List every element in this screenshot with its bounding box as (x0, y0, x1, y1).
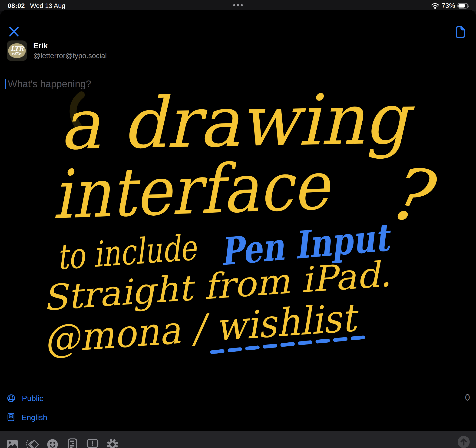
wifi-icon (431, 3, 439, 9)
compose-screen: 08:02 Wed 13 Aug 73% (0, 0, 476, 448)
poll-button[interactable] (66, 437, 79, 448)
compose-settings-button[interactable] (106, 437, 119, 448)
svg-text:A: A (10, 415, 12, 418)
account-handle: @letterror@typo.social (33, 52, 107, 60)
globe-icon (6, 394, 16, 403)
poll-icon (68, 438, 77, 448)
document-icon (455, 26, 466, 39)
ellipsis-indicator (233, 4, 243, 6)
compose-toolbar (0, 431, 476, 448)
svg-text:?: ? (381, 149, 442, 241)
avatar: LTR (7, 40, 27, 61)
document-button[interactable] (455, 26, 466, 39)
close-button[interactable] (9, 26, 19, 37)
battery-icon (457, 3, 470, 9)
diamond-chevron-icon (26, 438, 39, 448)
date-label: Wed 13 Aug (30, 2, 65, 10)
compose-sheet: LTR Erik @letterror@typo.social What's h… (0, 10, 476, 448)
clock-label: 08:02 (8, 2, 25, 10)
battery-percent-label: 73% (442, 2, 455, 10)
fish-icon (12, 52, 22, 56)
arrow-up-circle-icon (457, 436, 470, 448)
handwriting-canvas[interactable]: a drawinginterface?to includePen InputSt… (0, 68, 476, 389)
language-label: English (21, 413, 47, 422)
smiley-icon (47, 439, 58, 448)
display-name: Erik (33, 41, 107, 50)
gear-icon (106, 438, 119, 448)
photo-icon (6, 439, 19, 448)
visibility-label: Public (22, 394, 44, 403)
emoji-button[interactable] (46, 437, 59, 448)
language-button[interactable]: A English (6, 413, 47, 422)
attach-photo-button[interactable] (6, 437, 19, 448)
author-row: LTR Erik @letterror@typo.social (7, 40, 107, 61)
send-post-button[interactable] (457, 436, 470, 448)
avatar-monogram: LTR (11, 46, 23, 52)
visibility-button[interactable]: Public (6, 394, 44, 403)
x-icon (9, 26, 19, 37)
compose-text-area[interactable]: What's happening? a drawinginterface?to … (0, 68, 476, 389)
status-bar: 08:02 Wed 13 Aug 73% (0, 0, 476, 11)
content-warning-button[interactable] (86, 437, 99, 448)
speech-bubble-exclamation-icon (86, 438, 99, 448)
effects-button[interactable] (26, 437, 39, 448)
book-a-icon: A (6, 413, 15, 422)
avatar-logo: LTR (8, 43, 26, 58)
svg-text:interface: interface (51, 146, 333, 234)
character-count: 0 (465, 393, 470, 403)
